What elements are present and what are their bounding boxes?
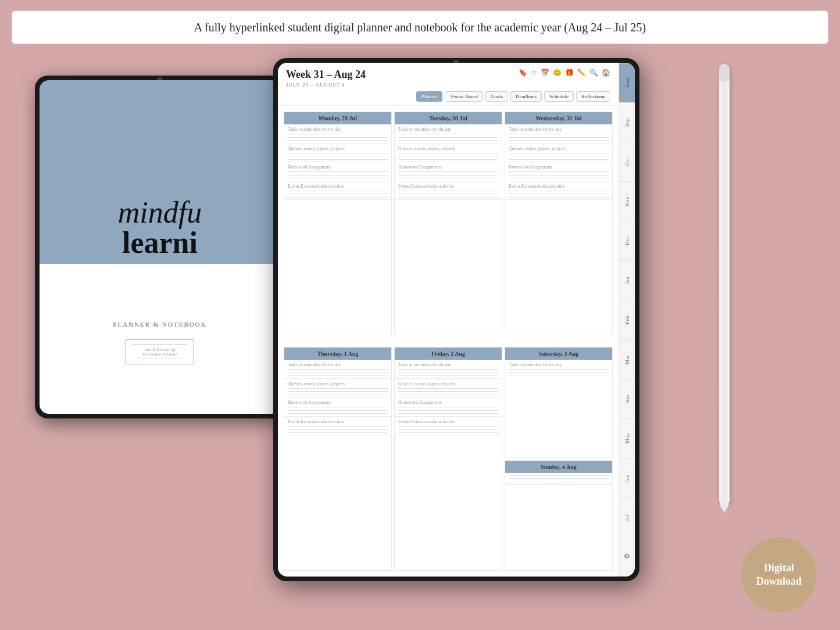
header-text: A fully hyperlinked student digital plan… bbox=[194, 21, 646, 34]
day-col-friday: Friday, 2 Aug Tasks or reminders for the… bbox=[394, 347, 502, 571]
month-tab-jun[interactable]: Jun bbox=[619, 458, 635, 497]
planner-header: Week 31 – Aug 24 JULY 29 – AUGUST 4 🔖 ☆ … bbox=[278, 63, 619, 106]
apple-pencil bbox=[719, 64, 730, 506]
pencil-top bbox=[719, 64, 730, 81]
icon-home[interactable]: 🏠 bbox=[602, 69, 610, 77]
day-header-wednesday: Wednesday, 31 Jul bbox=[505, 112, 612, 124]
friday-quizzes-label: Quizzes, exams, papers, projects bbox=[398, 381, 498, 386]
day-header-monday: Monday, 29 Jul bbox=[284, 112, 391, 124]
wednesday-events: Events/Extracurricular activities bbox=[505, 181, 612, 201]
tuesday-events: Events/Extracurricular activities bbox=[395, 181, 502, 201]
monday-tasks-lines bbox=[288, 134, 388, 141]
sunday-content bbox=[505, 473, 612, 485]
tab-vision-board[interactable]: Vision Board bbox=[445, 91, 483, 102]
day-header-sunday: Sunday, 4 Aug bbox=[505, 461, 612, 473]
friday-quizzes: Quizzes, exams, papers, projects bbox=[395, 379, 502, 398]
week-info: Week 31 – Aug 24 JULY 29 – AUGUST 4 bbox=[286, 69, 366, 88]
month-sidebar: Aug Sep Oct Nov Dec Jan Feb Mar Apr May … bbox=[619, 63, 635, 577]
day-col-saturday: Saturday, 3 Aug Tasks or reminders for t… bbox=[505, 347, 613, 458]
tab-planner[interactable]: Planner bbox=[416, 91, 443, 102]
sat-sun-column: Saturday, 3 Aug Tasks or reminders for t… bbox=[505, 347, 613, 571]
tuesday-homework: Homework/Assignments bbox=[395, 162, 502, 181]
tab-deadlines[interactable]: Deadlines bbox=[510, 91, 542, 102]
icon-edit[interactable]: ✏️ bbox=[577, 69, 586, 77]
wednesday-tasks-label: Tasks or reminders for the day bbox=[509, 127, 609, 132]
cover-subtitle: PLANNER & NOTEBOOK bbox=[113, 321, 206, 328]
day-col-thursday: Thursday, 1 Aug Tasks or reminders for t… bbox=[284, 347, 392, 571]
month-tab-dec[interactable]: Dec bbox=[619, 221, 635, 260]
pencil-tip bbox=[719, 504, 730, 513]
right-tablet-inner: Week 31 – Aug 24 JULY 29 – AUGUST 4 🔖 ☆ … bbox=[278, 63, 635, 577]
digital-download-line1: Digital bbox=[764, 562, 794, 574]
planner-grid-bottom: Thursday, 1 Aug Tasks or reminders for t… bbox=[278, 341, 619, 577]
month-tab-nov[interactable]: Nov bbox=[619, 181, 635, 221]
month-tab-feb[interactable]: Feb bbox=[619, 300, 635, 339]
day-header-friday: Friday, 2 Aug bbox=[395, 348, 502, 360]
monday-homework: Homework/Assignments bbox=[284, 162, 391, 181]
icon-search[interactable]: 🔍 bbox=[589, 69, 598, 77]
monday-events-label: Events/Extracurricular activities bbox=[288, 184, 388, 189]
day-col-monday: Monday, 29 Jul Tasks or reminders for th… bbox=[284, 112, 392, 335]
icon-gift[interactable]: 🎁 bbox=[565, 69, 574, 77]
month-tab-jul[interactable]: Jul bbox=[619, 497, 635, 537]
tuesday-homework-label: Homework/Assignments bbox=[398, 164, 498, 170]
tab-reflections[interactable]: Reflections bbox=[576, 91, 610, 102]
cover-top: mindfu learni bbox=[40, 80, 280, 264]
month-tab-mar[interactable]: Mar bbox=[619, 339, 635, 379]
month-tab-oct[interactable]: Oct bbox=[619, 142, 635, 181]
wednesday-homework: Homework/Assignments bbox=[505, 162, 612, 181]
monday-hw-lines bbox=[288, 171, 388, 178]
tuesday-tasks-label: Tasks or reminders for the day bbox=[398, 127, 498, 132]
week-title: Week 31 – Aug 24 bbox=[286, 69, 366, 81]
saturday-tasks: Tasks or reminders for the day bbox=[505, 360, 612, 375]
thursday-homework: Homework/Assignments bbox=[284, 398, 391, 417]
icon-smiley[interactable]: 😊 bbox=[553, 69, 562, 77]
planner-main: Week 31 – Aug 24 JULY 29 – AUGUST 4 🔖 ☆ … bbox=[278, 63, 619, 577]
friday-events-label: Events/Extracurricular activities bbox=[398, 419, 498, 424]
icon-bookmark[interactable]: 🔖 bbox=[519, 69, 527, 77]
left-tablet-inner: mindfu learni PLANNER & NOTEBOOK ───────… bbox=[40, 80, 280, 414]
tuesday-quizzes-label: Quizzes, exams, papers, projects bbox=[398, 146, 498, 151]
cover-bottom: PLANNER & NOTEBOOK ──────────────── mind… bbox=[40, 264, 280, 414]
planner-header-top: Week 31 – Aug 24 JULY 29 – AUGUST 4 🔖 ☆ … bbox=[286, 69, 610, 88]
friday-homework: Homework/Assignments bbox=[395, 398, 502, 417]
thursday-events-label: Events/Extracurricular activities bbox=[288, 419, 388, 424]
month-tab-aug[interactable]: Aug bbox=[619, 63, 635, 102]
month-tab-jan[interactable]: Jan bbox=[619, 260, 635, 300]
monday-quizzes: Quizzes, exams, papers, projects bbox=[284, 144, 391, 163]
month-tab-sep[interactable]: Sep bbox=[619, 102, 635, 142]
tab-schedule[interactable]: Schedule bbox=[544, 91, 574, 102]
planner-grid-top: Monday, 29 Jul Tasks or reminders for th… bbox=[278, 106, 619, 341]
friday-homework-label: Homework/Assignments bbox=[398, 400, 498, 405]
gear-settings[interactable]: ⚙ bbox=[619, 537, 635, 577]
wednesday-quizzes-label: Quizzes, exams, papers, projects bbox=[509, 146, 609, 151]
day-col-sunday: Sunday, 4 Aug bbox=[505, 460, 613, 571]
tab-goals[interactable]: Goals bbox=[485, 91, 508, 102]
day-col-tuesday: Tuesday, 30 Jul Tasks or reminders for t… bbox=[394, 112, 502, 335]
cover-title-mindful: mindfu bbox=[118, 198, 202, 228]
icon-calendar[interactable]: 📅 bbox=[541, 69, 549, 77]
wednesday-tasks: Tasks or reminders for the day bbox=[505, 124, 612, 144]
friday-events: Events/Extracurricular activities bbox=[395, 417, 502, 436]
tuesday-tasks: Tasks or reminders for the day bbox=[395, 124, 502, 144]
tuesday-events-label: Events/Extracurricular activities bbox=[398, 184, 498, 189]
tablet-left: mindfu learni PLANNER & NOTEBOOK ───────… bbox=[35, 76, 285, 418]
header-banner: A fully hyperlinked student digital plan… bbox=[12, 10, 828, 44]
tablet-right: Week 31 – Aug 24 JULY 29 – AUGUST 4 🔖 ☆ … bbox=[273, 58, 639, 581]
week-dates: JULY 29 – AUGUST 4 bbox=[286, 82, 366, 88]
day-header-saturday: Saturday, 3 Aug bbox=[505, 348, 612, 360]
cover-logo: ──────────────── mindful learning PLANNE… bbox=[126, 339, 194, 364]
planner-icons: 🔖 ☆ 📅 😊 🎁 ✏️ 🔍 🏠 bbox=[519, 69, 610, 77]
thursday-quizzes: Quizzes, exams, papers, projects bbox=[284, 379, 391, 398]
monday-tasks: Tasks or reminders for the day bbox=[284, 124, 391, 144]
month-tab-may[interactable]: May bbox=[619, 418, 635, 458]
thursday-quizzes-label: Quizzes, exams, papers, projects bbox=[288, 381, 388, 386]
wednesday-quizzes: Quizzes, exams, papers, projects bbox=[505, 144, 612, 163]
monday-events: Events/Extracurricular activities bbox=[284, 181, 391, 201]
planner-nav-tabs: Planner Vision Board Goals Deadlines Sch… bbox=[286, 91, 610, 102]
icon-star[interactable]: ☆ bbox=[531, 69, 537, 77]
digital-download-text: Digital Download bbox=[756, 561, 802, 589]
monday-quizzes-lines bbox=[288, 153, 388, 160]
day-col-wednesday: Wednesday, 31 Jul Tasks or reminders for… bbox=[505, 112, 613, 335]
month-tab-apr[interactable]: Apr bbox=[619, 379, 635, 418]
